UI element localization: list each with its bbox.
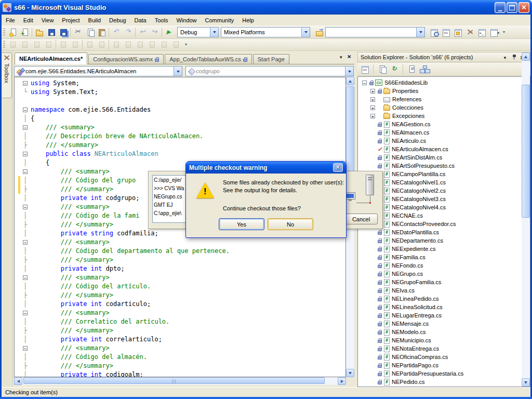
refresh-icon[interactable]	[389, 63, 401, 75]
code-line[interactable]: using System.Text;	[15, 88, 345, 97]
types-combo[interactable]: com.ejie.S66.Entidades.NEArticuloAlmacen	[14, 66, 182, 76]
tree-item[interactable]: NEFamilia.cs	[358, 253, 530, 261]
fold-collapse-icon[interactable]	[23, 169, 28, 174]
toolbar-grip[interactable]	[3, 41, 5, 49]
document-tab[interactable]: App_Code/TablasAuxWS.cs	[165, 54, 252, 64]
editor-horizontal-scrollbar[interactable]	[14, 377, 346, 385]
code-line[interactable]: /// Código del departamento al que perte…	[15, 247, 345, 256]
scroll-up-icon[interactable]	[346, 77, 354, 85]
tree-item[interactable]: NEAGestion.cs	[358, 120, 530, 128]
new-item-icon[interactable]	[7, 26, 19, 38]
tree-item[interactable]: NEArtSolPresupuesto.cs	[358, 162, 530, 170]
code-line[interactable]: /// </summary>	[15, 362, 345, 370]
fold-collapse-icon[interactable]	[23, 275, 28, 280]
properties-window-icon[interactable]	[440, 26, 452, 38]
code-line[interactable]: using System;	[15, 79, 345, 88]
menu-view[interactable]: View	[37, 16, 58, 25]
tree-item[interactable]: NENotaEntrega.cs	[358, 344, 530, 353]
window-position-icon[interactable]	[501, 54, 509, 60]
chevron-down-icon[interactable]	[345, 66, 353, 76]
tree-item[interactable]: NELugarEntrega.cs	[358, 311, 530, 320]
tree-item[interactable]: Excepciones	[358, 112, 530, 120]
code-line[interactable]: /// <summary>	[15, 123, 345, 132]
tree-item[interactable]: NEArticuloAlmacen.cs	[358, 145, 530, 153]
collapse-icon[interactable]	[362, 81, 367, 85]
tree-item[interactable]: NEPartidaPresupuestaria.cs	[358, 369, 530, 378]
add-item-icon[interactable]	[19, 26, 31, 38]
code-line[interactable]: /// <summary>	[15, 309, 345, 317]
undo-icon[interactable]	[110, 26, 122, 38]
code-line[interactable]	[15, 97, 345, 105]
scroll-down-icon[interactable]	[346, 369, 354, 377]
restore-button[interactable]	[507, 2, 517, 13]
toolbar-options-icon[interactable]	[183, 43, 189, 47]
menu-build[interactable]: Build	[84, 16, 105, 25]
scrollbar-thumb[interactable]	[23, 377, 325, 384]
fold-collapse-icon[interactable]	[23, 205, 28, 209]
chevron-down-icon[interactable]	[174, 66, 182, 76]
open-file-icon[interactable]	[33, 26, 45, 38]
find-combo[interactable]	[325, 27, 425, 37]
expand-icon[interactable]	[370, 97, 375, 102]
copy-icon[interactable]	[84, 26, 96, 38]
tree-item[interactable]: NELineaPedido.cs	[358, 295, 530, 303]
save-all-icon[interactable]	[57, 26, 69, 38]
fold-collapse-icon[interactable]	[23, 311, 28, 315]
fold-collapse-icon[interactable]	[23, 81, 28, 86]
tree-item[interactable]: References	[358, 95, 530, 103]
solution-configurations-combo[interactable]: Debug	[177, 27, 219, 37]
solution-platforms-combo[interactable]: Mixed Platforms	[221, 27, 310, 37]
tree-item[interactable]: NEPedido.cs	[358, 378, 530, 386]
tree-item[interactable]: NEDepartamento.cs	[358, 236, 530, 245]
code-line[interactable]: {	[15, 114, 345, 123]
expand-icon[interactable]	[370, 105, 375, 110]
code-line[interactable]: private int codarticulo;	[15, 300, 345, 309]
scroll-up-icon[interactable]	[522, 52, 530, 61]
tree-item[interactable]: Colecciones	[358, 103, 530, 112]
tree-item[interactable]: NECatalogoNivel1.cs	[358, 178, 530, 187]
tree-item[interactable]: Properties	[358, 87, 530, 95]
menu-project[interactable]: Project	[58, 16, 84, 25]
code-line[interactable]: private int correlarticulo;	[15, 335, 345, 344]
fold-collapse-icon[interactable]	[23, 240, 28, 245]
scroll-left-icon[interactable]	[14, 377, 22, 385]
close-document-icon[interactable]	[347, 52, 351, 61]
tree-item[interactable]: NECampoPlantilla.cs	[358, 170, 530, 178]
chevron-down-icon[interactable]	[301, 28, 310, 37]
tree-item[interactable]: NEMunicipio.cs	[358, 336, 530, 344]
document-tab[interactable]: ConfiguracionWS.asmx	[88, 54, 164, 64]
tree-item[interactable]: NEContactoProveedor.cs	[358, 220, 530, 228]
code-line[interactable]: public class NEArticuloAlmacen	[15, 150, 345, 158]
find-in-files-icon[interactable]	[313, 26, 325, 38]
view-code-icon[interactable]	[405, 63, 417, 75]
fold-collapse-icon[interactable]	[23, 346, 28, 351]
expand-icon[interactable]	[370, 114, 375, 118]
tree-item[interactable]: NEFondo.cs	[358, 261, 530, 270]
active-files-dropdown-icon[interactable]	[339, 51, 343, 61]
code-line[interactable]: /// <summary>	[15, 238, 345, 247]
tree-item[interactable]: NEGrupo.cs	[358, 270, 530, 278]
menu-community[interactable]: Community	[201, 16, 238, 25]
chevron-down-icon[interactable]	[416, 28, 424, 37]
code-line[interactable]: /// Descripción breve de NArticuloAlmace…	[15, 132, 345, 141]
scroll-right-icon[interactable]	[338, 377, 346, 385]
chevron-down-icon[interactable]	[210, 28, 218, 37]
code-line[interactable]: /// <summary>	[15, 344, 345, 353]
members-combo[interactable]: codgrupo	[185, 66, 354, 76]
view-class-diagram-icon[interactable]	[418, 63, 430, 75]
menu-data[interactable]: Data	[130, 16, 151, 25]
tree-item[interactable]: NEExpediente.cs	[358, 245, 530, 253]
redo-icon[interactable]	[122, 26, 134, 38]
code-line[interactable]: namespace com.ejie.S66.Entidades	[15, 105, 345, 114]
window-list-icon[interactable]	[488, 26, 500, 38]
object-browser-icon[interactable]	[452, 26, 464, 38]
start-debug-icon[interactable]	[163, 26, 175, 38]
minimize-button[interactable]	[495, 2, 506, 13]
code-line[interactable]: /// </summary>	[15, 291, 345, 300]
scrollbar-thumb[interactable]	[522, 85, 530, 218]
menu-window[interactable]: Window	[172, 16, 201, 25]
tree-item[interactable]: NEPartidaPago.cs	[358, 361, 530, 369]
code-line[interactable]: /// </summary>	[15, 256, 345, 264]
toolbar-options-icon[interactable]	[501, 30, 507, 34]
document-tab[interactable]: NEArticuloAlmacen.cs*	[15, 52, 87, 64]
